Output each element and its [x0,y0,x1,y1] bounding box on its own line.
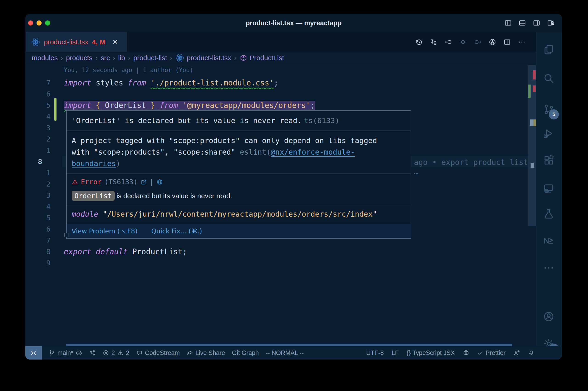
hover-error-detail: Error (TS6133) | OrderList is declared b… [67,174,411,204]
person-feedback-icon [513,349,520,356]
code-line[interactable]: 8export default ProductList; [25,246,536,257]
react-icon [31,37,40,47]
code-text: export default ProductList; [64,246,187,257]
activity-more-views[interactable] [543,262,556,275]
close-tab-icon[interactable]: ✕ [112,38,118,46]
code-line[interactable]: 7import styles from './product-list.modu… [25,77,536,89]
vscode-window: product-list.tsx — myreactapp product-li… [25,14,562,360]
status-item-2[interactable]: 22 [103,349,129,357]
overview-warning-mark [533,119,536,126]
activity-files[interactable] [543,44,556,57]
bell-icon [528,350,534,356]
overview-error-mark [533,86,536,92]
activity-account[interactable] [543,311,556,323]
warning-triangle-icon [72,179,78,185]
code-editor[interactable]: You, 12 seconds ago | 1 author (You) 7im… [25,64,536,346]
code-line[interactable]: 5import { OrderList } from '@myreactapp/… [25,100,536,111]
code-line[interactable]: 6 [25,89,536,100]
rule-line-3: boundaries) [72,158,406,169]
line-number: 6 [25,223,51,235]
status-item-lf[interactable]: LF [392,349,399,357]
hover-diagnostic-message: 'OrderList' is declared but its value is… [67,111,411,131]
warning-triangle-icon [117,350,124,356]
globe-icon[interactable] [157,179,163,185]
code-line[interactable]: 9 [25,257,536,269]
next-change-disabled-icon[interactable] [474,38,482,46]
line-number: 5 [25,100,51,111]
status-item-codestream[interactable]: CodeStream [136,349,180,357]
eslint-rule-link[interactable]: @nx/enforce-module- [271,148,355,156]
prev-change-disabled-icon[interactable] [459,38,467,46]
breadcrumb-item-product-list-tsx[interactable]: product-list.tsx [175,53,231,63]
status-item-main-[interactable]: main* [49,349,83,357]
status-item-bell[interactable] [528,350,534,356]
status-item-git-graph[interactable]: Git Graph [232,349,259,357]
open-external-icon[interactable] [140,179,147,185]
tab-product-list[interactable]: product-list.tsx 4, M ✕ [26,32,127,52]
cloud-upload-icon [76,349,83,356]
codelens-blame[interactable]: You, 12 seconds ago | 1 author (You) [64,67,193,74]
breadcrumb-separator: › [113,54,115,62]
history-icon[interactable] [415,38,423,46]
status-item-live-share[interactable]: Live Share [187,349,225,357]
layout-sidebar-left-icon[interactable] [504,19,512,27]
tab-label: product-list.tsx [44,38,88,46]
symbol-class-icon [240,54,247,62]
status-item-compare-branch[interactable] [89,350,96,356]
status-item-copilot[interactable] [463,349,470,356]
overview-error-mark [533,70,536,80]
activity-source-control[interactable]: 5 [543,103,556,116]
activity-search[interactable] [543,72,556,85]
status-item-prettier[interactable]: Prettier [477,349,505,357]
inline-blame-annotation: ago • export product list … [414,158,536,176]
line-number: 8 [38,156,63,167]
breadcrumb-item-lib[interactable]: lib [118,54,125,62]
comment-icon [136,350,143,356]
activity-testing-beaker[interactable] [543,208,556,221]
view-problem-action[interactable]: View Problem (⌥F8) [72,227,138,235]
status-item--typescript-jsx[interactable]: {} TypeScript JSX [407,349,455,357]
line-number: 8 [25,246,51,257]
more-actions-icon[interactable] [518,38,526,46]
line-number: 7 [25,77,51,89]
diagnostic-text: 'OrderList' is declared but its value is… [72,116,302,125]
activity-remote-explorer[interactable] [543,183,556,196]
breadcrumb-separator: › [234,54,237,62]
line-number: 9 [25,257,51,269]
titlebar[interactable]: product-list.tsx — myreactapp [25,14,562,32]
copilot-icon [463,349,470,356]
tab-problem-badge: 4, M [92,38,105,46]
status-item-person-feedback[interactable] [513,349,520,356]
quick-fix-action[interactable]: Quick Fix... (⌘.) [151,227,202,235]
status-item-utf-8[interactable]: UTF-8 [366,349,384,357]
open-change-icon[interactable] [444,38,452,46]
activity-badge: 5 [549,109,559,119]
check-icon [477,350,483,356]
eslint-rule-link[interactable]: boundaries [72,159,116,168]
search-icon [543,72,555,84]
breadcrumb-item-src[interactable]: src [101,54,110,62]
line-number: 6 [25,89,51,100]
status-item-remote[interactable] [25,346,42,360]
activity-extensions[interactable] [543,154,556,167]
activity-nx-console[interactable] [543,235,556,248]
run-debug-icon [543,127,555,139]
activity-run-debug[interactable] [543,127,556,140]
breadcrumb-item-products[interactable]: products [66,54,92,62]
compare-changes-icon[interactable] [430,38,437,46]
rule-line-1: A project tagged with "scope:products" c… [72,135,406,146]
gitlens-graph-icon[interactable] [489,38,496,46]
breadcrumb-item-modules[interactable]: modules [32,54,58,62]
files-icon [543,44,555,56]
line-number: 2 [25,179,51,190]
breadcrumb-item-productlist[interactable]: ProductList [240,54,284,62]
remote-explorer-icon [543,183,555,195]
popup-resize-grip[interactable] [64,233,69,237]
status-item--normal-[interactable]: -- NORMAL -- [266,349,304,357]
layout-customize-icon[interactable] [547,19,555,27]
layout-panel-bottom-icon[interactable] [518,19,526,27]
split-editor-icon[interactable] [503,38,511,46]
line-number: 1 [25,167,51,179]
layout-sidebar-right-icon[interactable] [533,19,540,27]
breadcrumb-item-product-list[interactable]: product-list [133,54,167,62]
